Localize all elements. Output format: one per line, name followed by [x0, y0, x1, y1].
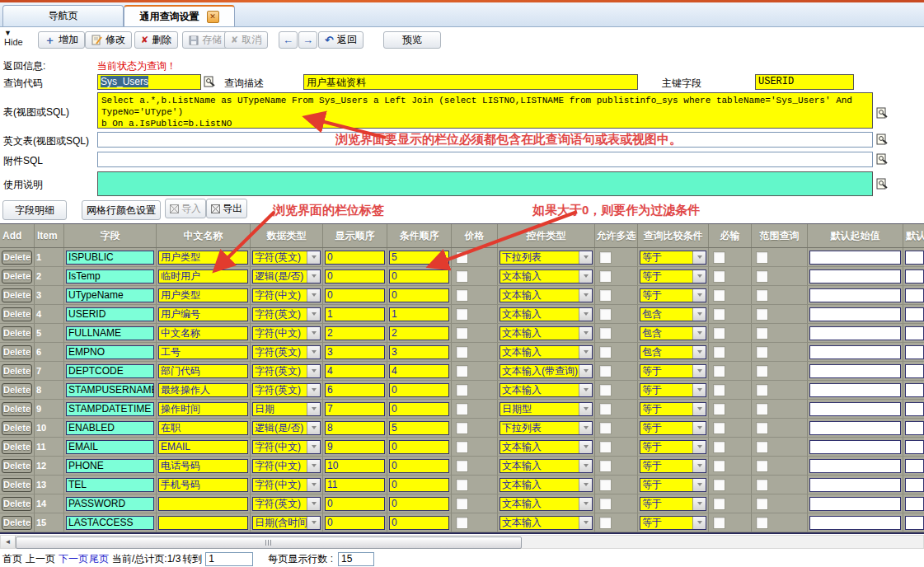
- range-query-checkbox[interactable]: [756, 308, 768, 321]
- default-start-input[interactable]: [809, 516, 901, 530]
- add-button[interactable]: ＋ 增加: [38, 31, 85, 49]
- default-start-input[interactable]: [809, 345, 901, 359]
- default-end-input[interactable]: [905, 288, 924, 302]
- delete-row-button[interactable]: Delete: [2, 459, 32, 473]
- goto-page-input[interactable]: 1: [205, 552, 253, 566]
- delete-row-button[interactable]: Delete: [2, 288, 32, 302]
- chinese-name-input[interactable]: EMAIL: [158, 440, 248, 454]
- default-start-input[interactable]: [809, 288, 901, 302]
- required-checkbox[interactable]: [713, 441, 725, 453]
- scroll-left-arrow-icon[interactable]: ◄: [1, 536, 16, 548]
- required-checkbox[interactable]: [713, 270, 725, 283]
- default-start-input[interactable]: [809, 326, 901, 340]
- control-type-select[interactable]: 文本输入: [500, 497, 593, 511]
- condition-order-input[interactable]: 2: [389, 326, 449, 340]
- compare-condition-select[interactable]: 等于: [640, 497, 706, 511]
- primary-key-input[interactable]: USERID: [755, 74, 854, 90]
- chinese-name-input[interactable]: [158, 497, 248, 511]
- query-code-input[interactable]: Sys_Users: [97, 74, 201, 90]
- default-start-input[interactable]: [809, 251, 901, 265]
- default-end-input[interactable]: [905, 402, 924, 416]
- delete-row-button[interactable]: Delete: [2, 383, 32, 397]
- control-type-select[interactable]: 下拉列表: [500, 251, 593, 265]
- required-checkbox[interactable]: [713, 289, 725, 302]
- display-order-input[interactable]: 11: [325, 478, 385, 492]
- field-name-input[interactable]: ENABLED: [66, 421, 154, 435]
- control-type-select[interactable]: 文本输入: [500, 269, 593, 284]
- default-start-input[interactable]: [809, 307, 901, 321]
- condition-order-input[interactable]: 0: [389, 516, 449, 530]
- data-type-select[interactable]: 字符(英文): [252, 497, 321, 511]
- condition-order-input[interactable]: 0: [389, 440, 449, 454]
- multi-select-checkbox[interactable]: [599, 251, 612, 264]
- delete-row-button[interactable]: Delete: [2, 326, 32, 340]
- lookup-icon[interactable]: [876, 153, 889, 166]
- export-button[interactable]: 导出: [206, 199, 247, 218]
- price-checkbox[interactable]: [456, 327, 468, 340]
- default-end-input[interactable]: [905, 478, 924, 492]
- compare-condition-select[interactable]: 等于: [640, 402, 706, 416]
- tab-navigation-page[interactable]: 导航页: [2, 5, 124, 26]
- range-query-checkbox[interactable]: [756, 270, 768, 283]
- multi-select-checkbox[interactable]: [599, 517, 612, 529]
- display-order-input[interactable]: 1: [325, 307, 385, 321]
- delete-row-button[interactable]: Delete: [2, 345, 32, 359]
- close-icon[interactable]: ✕: [207, 11, 219, 23]
- field-name-input[interactable]: EMAIL: [66, 440, 154, 454]
- field-name-input[interactable]: UTypeName: [66, 288, 154, 302]
- multi-select-checkbox[interactable]: [599, 327, 612, 340]
- default-end-input[interactable]: [905, 326, 924, 340]
- default-end-input[interactable]: [905, 269, 924, 284]
- pager-last[interactable]: 尾页: [89, 552, 109, 566]
- price-checkbox[interactable]: [456, 365, 468, 377]
- range-query-checkbox[interactable]: [756, 365, 768, 377]
- range-query-checkbox[interactable]: [756, 479, 768, 491]
- control-type-select[interactable]: 文本输入: [500, 459, 593, 473]
- range-query-checkbox[interactable]: [756, 289, 768, 302]
- pager-prev[interactable]: 上一页: [26, 552, 55, 566]
- display-order-input[interactable]: 0: [325, 269, 385, 284]
- price-checkbox[interactable]: [456, 251, 468, 264]
- range-query-checkbox[interactable]: [756, 327, 768, 340]
- delete-row-button[interactable]: Delete: [2, 440, 32, 454]
- multi-select-checkbox[interactable]: [599, 308, 612, 321]
- field-name-input[interactable]: STAMPDATETIME: [66, 402, 154, 416]
- multi-select-checkbox[interactable]: [599, 498, 612, 510]
- field-name-input[interactable]: FULLNAME: [66, 326, 154, 340]
- compare-condition-select[interactable]: 等于: [640, 478, 706, 492]
- required-checkbox[interactable]: [713, 517, 725, 529]
- multi-select-checkbox[interactable]: [599, 365, 612, 377]
- query-desc-input[interactable]: 用户基础资料: [303, 74, 638, 90]
- required-checkbox[interactable]: [713, 460, 725, 472]
- chinese-name-input[interactable]: 工号: [158, 345, 248, 359]
- required-checkbox[interactable]: [713, 498, 725, 510]
- multi-select-checkbox[interactable]: [599, 422, 612, 434]
- control-type-select[interactable]: 文本输入: [500, 326, 593, 340]
- price-checkbox[interactable]: [456, 441, 468, 453]
- delete-row-button[interactable]: Delete: [2, 497, 32, 511]
- range-query-checkbox[interactable]: [756, 346, 768, 358]
- price-checkbox[interactable]: [456, 422, 468, 434]
- delete-row-button[interactable]: Delete: [2, 269, 32, 284]
- modify-button[interactable]: 修改: [85, 31, 132, 49]
- cancel-button[interactable]: ✘ 取消: [224, 31, 268, 49]
- data-type-select[interactable]: 日期: [252, 402, 321, 416]
- required-checkbox[interactable]: [713, 403, 725, 415]
- data-type-select[interactable]: 逻辑(是/否): [252, 421, 321, 435]
- attach-sql-input[interactable]: [97, 152, 873, 167]
- required-checkbox[interactable]: [713, 346, 725, 358]
- default-start-input[interactable]: [809, 364, 901, 378]
- field-name-input[interactable]: USERID: [66, 307, 154, 321]
- price-checkbox[interactable]: [456, 289, 468, 302]
- delete-row-button[interactable]: Delete: [2, 307, 32, 321]
- control-type-select[interactable]: 文本输入: [500, 440, 593, 454]
- data-type-select[interactable]: 字符(英文): [252, 383, 321, 397]
- control-type-select[interactable]: 下拉列表: [500, 421, 593, 435]
- default-start-input[interactable]: [809, 402, 901, 416]
- chinese-name-input[interactable]: 用户编号: [158, 307, 248, 321]
- multi-select-checkbox[interactable]: [599, 270, 612, 283]
- display-order-input[interactable]: 0: [325, 516, 385, 530]
- range-query-checkbox[interactable]: [756, 441, 768, 453]
- default-start-input[interactable]: [809, 459, 901, 473]
- tab-general-query-settings[interactable]: 通用查询设置 ✕: [124, 5, 235, 26]
